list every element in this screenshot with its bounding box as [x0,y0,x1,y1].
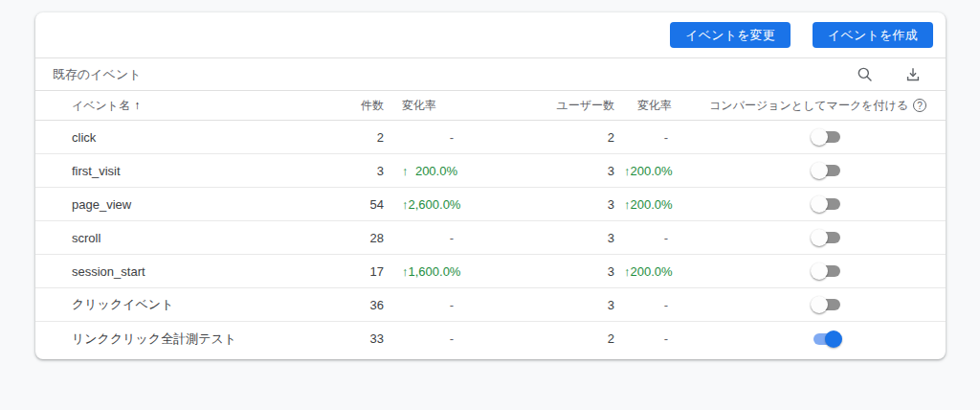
search-icon[interactable] [856,65,875,84]
event-users: 3 [457,164,616,178]
count-change-cell: ↑ 2,600.0% [386,197,457,212]
conversion-toggle[interactable] [811,228,842,247]
users-change-value: - [664,298,672,312]
conversion-toggle[interactable] [811,161,842,180]
event-name: page_view [35,197,347,212]
count-change-value: 1,600.0% [409,264,461,279]
header-conversion: コンバージョンとしてマークを付ける ? [672,98,946,114]
header-count: 件数 [347,98,386,114]
count-change-cell: - [386,298,457,312]
sort-ascending-icon: ↑ [134,99,140,112]
conversion-cell [672,262,946,281]
conversion-cell [672,228,946,247]
toggle-knob [811,195,828,213]
table-row: click 2 - 2 - [35,121,946,154]
toggle-knob [811,296,828,313]
header-count-change: 変化率 [386,98,457,114]
header-users: ユーザー数 [457,98,616,114]
table-row: first_visit 3 ↑ 200.0% 3 ↑ 200.0% [35,154,946,188]
users-change-value: - [664,331,672,346]
help-icon[interactable]: ? [913,99,926,112]
conversion-cell [672,161,946,180]
count-change-cell: - [386,331,457,346]
table-row: session_start 17 ↑ 1,600.0% 3 ↑ 200.0% [35,255,946,288]
up-arrow-icon: ↑ [402,164,409,178]
download-icon[interactable] [903,65,923,84]
table-row: scroll 28 - 3 - [35,221,946,255]
event-name: リンククリック全計測テスト [35,330,347,348]
event-users: 3 [457,298,616,312]
header-event-name[interactable]: イベント名↑ [35,98,347,114]
event-count: 36 [347,298,386,312]
count-change-value: 2,600.0% [409,197,461,212]
users-change-cell: ↑ 200.0% [616,264,672,279]
conversion-toggle[interactable] [811,262,842,281]
conversion-cell [672,194,946,214]
header-event-name-label: イベント名 [72,99,130,112]
event-users: 3 [457,197,616,212]
event-users: 3 [457,231,616,245]
event-count: 2 [347,130,386,145]
events-card: イベントを変更 イベントを作成 既存のイベント イベント名↑ 件数 変化率 ユー… [35,12,946,359]
count-change-value: - [450,331,457,346]
users-change-cell: ↑ 200.0% [616,164,672,178]
table-row: リンククリック全計測テスト 33 - 2 - [35,322,946,355]
toggle-knob [811,162,828,179]
table-row: クリックイベント 36 - 3 - [35,288,946,322]
event-count: 3 [347,164,386,178]
subheader-icons [856,65,923,84]
table-row: page_view 54 ↑ 2,600.0% 3 ↑ 200.0% [35,188,946,221]
event-name: click [35,130,347,145]
users-change-cell: ↑ 200.0% [616,197,672,212]
users-change-value: 200.0% [631,197,673,212]
toolbar: イベントを変更 イベントを作成 [35,12,946,58]
toggle-knob [825,330,842,348]
event-count: 33 [347,331,386,346]
users-change-value: 200.0% [631,164,673,178]
count-change-value: - [450,298,457,312]
conversion-cell [672,330,946,349]
users-change-cell: - [616,231,672,245]
users-change-value: - [664,130,672,145]
modify-event-button[interactable]: イベントを変更 [670,22,791,48]
header-users-change-label: 変化率 [637,98,672,114]
users-change-cell: - [616,130,672,145]
table-header-row: イベント名↑ 件数 変化率 ユーザー数 変化率 コンバージョンとしてマークを付け… [35,91,946,121]
count-change-cell: ↑ 200.0% [386,164,457,178]
event-users: 2 [457,130,616,145]
conversion-toggle[interactable] [811,194,842,214]
users-change-value: 200.0% [631,264,673,279]
event-count: 17 [347,264,386,279]
event-name: scroll [35,231,347,245]
header-count-change-label: 変化率 [402,98,436,114]
conversion-toggle[interactable] [811,295,842,314]
toggle-knob [811,229,828,246]
count-change-value: - [450,231,457,245]
event-count: 28 [347,231,386,245]
table-body: click 2 - 2 - first_visit 3 ↑ 200.0% 3 ↑… [35,121,946,355]
count-change-value: 200.0% [415,164,457,178]
event-users: 2 [457,331,616,346]
conversion-toggle[interactable] [811,330,842,349]
create-event-button[interactable]: イベントを作成 [813,22,933,48]
toggle-knob [811,128,828,146]
event-name: first_visit [35,164,347,178]
existing-events-label: 既存のイベント [53,66,142,83]
event-users: 3 [457,264,616,279]
users-change-value: - [664,231,672,245]
conversion-cell [672,295,946,314]
event-name: session_start [35,264,347,279]
users-change-cell: - [616,298,672,312]
count-change-cell: ↑ 1,600.0% [386,264,457,279]
conversion-cell [672,127,946,147]
users-change-cell: - [616,331,672,346]
event-name: クリックイベント [35,296,347,313]
existing-events-bar: 既存のイベント [35,58,946,91]
header-conversion-label: コンバージョンとしてマークを付ける [709,98,908,114]
count-change-cell: - [386,231,457,245]
count-change-value: - [450,130,457,145]
event-count: 54 [347,197,386,212]
toggle-knob [811,262,828,280]
conversion-toggle[interactable] [811,127,842,147]
header-users-change: 変化率 [616,98,672,114]
